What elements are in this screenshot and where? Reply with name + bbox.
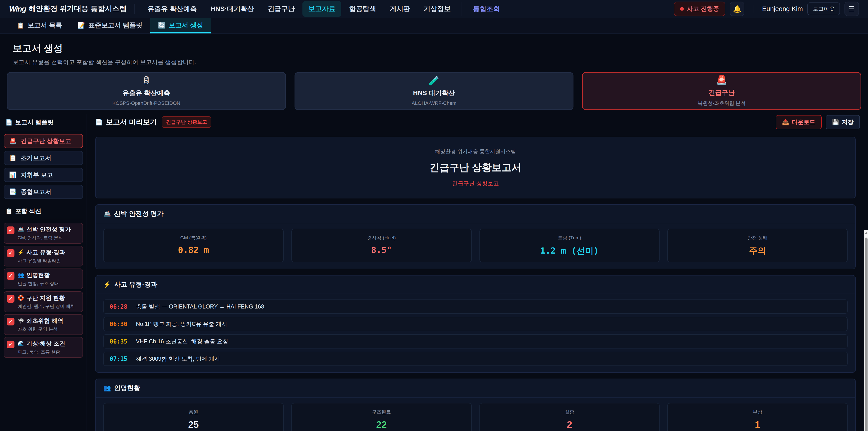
download-icon: 📥 xyxy=(782,119,789,125)
checkbox-checked[interactable]: ✓ xyxy=(7,341,14,348)
template-label: 지휘부 보고 xyxy=(21,171,53,179)
section-title: 기상·해상 조건 xyxy=(26,340,65,348)
tab-report-generation[interactable]: 🔄 보고서 생성 xyxy=(150,18,211,33)
section-toggle-ship-safety[interactable]: ✓ 🚢 선박 안전성 평가 GM, 경사각, 트림 분석 xyxy=(4,223,83,244)
people-icon: 👥 xyxy=(18,272,24,278)
section-toggle-incident-timeline[interactable]: ✓ ⚡ 사고 유형·경과 사고 유형별 타임라인 xyxy=(4,246,83,267)
scrollbar-thumb[interactable] xyxy=(865,238,868,431)
nav-item-rescue[interactable]: 긴급구난 xyxy=(262,1,301,17)
section-subtitle: 예인선, 헬기, 구난 장비 배치 xyxy=(18,303,75,309)
incident-status-badge: 사고 진행중 xyxy=(674,2,725,16)
page-subtitle: 보고서 유형을 선택하고 포함할 섹션을 구성하여 보고서를 생성합니다. xyxy=(13,58,855,66)
scroll-up-icon xyxy=(865,232,868,234)
nav-item-aerial-search[interactable]: 항공탐색 xyxy=(343,1,382,17)
scroll-up-button[interactable] xyxy=(864,230,868,236)
report-type-subtitle: ALOHA·WRF-Chem xyxy=(412,100,456,106)
ship-icon: 🚢 xyxy=(103,210,111,217)
stat-gm: GM (복원력) 0.82 m xyxy=(103,229,284,263)
tab-label: 표준보고서 템플릿 xyxy=(88,21,143,30)
template-item-command-report[interactable]: 📊 지휘부 보고 xyxy=(4,168,83,182)
section-title: 사고 유형·경과 xyxy=(26,248,65,256)
download-button[interactable]: 📥 다운로드 xyxy=(776,115,822,129)
logo-mark: Wing xyxy=(9,4,26,13)
template-label: 긴급구난 상황보고 xyxy=(21,137,71,145)
nav-item-oil-spill[interactable]: 유출유 확산예측 xyxy=(142,1,203,17)
notifications-button[interactable]: 🔔 xyxy=(730,2,744,16)
siren-icon: 🚨 xyxy=(716,75,727,85)
section-toggle-grounding-risk[interactable]: ✓ 🦈 좌초위험 해역 좌초 위험 구역 분석 xyxy=(4,314,83,335)
template-label: 종합보고서 xyxy=(21,188,51,196)
timeline-event: 06:28 충돌 발생 — ORIENTAL GLORY ↔ HAI FENG … xyxy=(103,300,848,314)
timeline-event: 07:15 해경 3009함 현장 도착, 방제 개시 xyxy=(103,352,848,366)
stat-heel: 경사각 (Heel) 8.5° xyxy=(291,229,472,263)
section-subtitle: GM, 경사각, 트림 분석 xyxy=(18,235,71,241)
tab-label: 보고서 생성 xyxy=(168,21,203,30)
bell-icon: 🔔 xyxy=(733,5,741,13)
stat-injured: 부상 1 명 xyxy=(667,403,848,431)
tab-standard-templates[interactable]: 📝 표준보고서 템플릿 xyxy=(70,18,150,33)
section-title: 구난 자원 현황 xyxy=(26,294,65,302)
template-item-rescue-report[interactable]: 🚨 긴급구난 상황보고 xyxy=(4,134,83,148)
checkbox-checked[interactable]: ✓ xyxy=(7,249,14,257)
section-heading: 사고 유형·경과 xyxy=(114,280,158,289)
report-title: 긴급구난 상황보고서 xyxy=(106,161,844,174)
memo-icon: 📝 xyxy=(78,22,85,29)
section-toggle-casualties[interactable]: ✓ 👥 인명현황 인원 현황, 구조 상태 xyxy=(4,269,83,289)
sections-header-label: 포함 섹션 xyxy=(15,207,41,215)
checkbox-checked[interactable]: ✓ xyxy=(7,295,14,303)
app-logo[interactable]: Wing 해양환경 위기대응 통합시스템 xyxy=(9,4,127,14)
tab-report-list[interactable]: 📋 보고서 목록 xyxy=(9,18,70,33)
wave-icon: 🌊 xyxy=(18,341,24,347)
main-nav: 유출유 확산예측 HNS·대기확산 긴급구난 보고자료 항공탐색 게시판 기상정… xyxy=(142,1,506,17)
checkbox-checked[interactable]: ✓ xyxy=(7,272,14,280)
ship-icon: 🚢 xyxy=(18,226,24,233)
clipboard-icon: 📋 xyxy=(9,154,17,162)
nav-item-weather[interactable]: 기상정보 xyxy=(418,1,457,17)
nav-item-board[interactable]: 게시판 xyxy=(384,1,416,17)
report-type-subtitle: 복원성·좌초위험 분석 xyxy=(698,100,745,107)
report-type-hns[interactable]: 🧪 HNS 대기확산 ALOHA·WRF-Chem xyxy=(294,72,574,110)
section-toggle-rescue-resources[interactable]: ✓ 🛟 구난 자원 현황 예인선, 헬기, 구난 장비 배치 xyxy=(4,291,83,312)
oil-drum-icon: 🛢 xyxy=(142,76,151,85)
nav-item-hns[interactable]: HNS·대기확산 xyxy=(205,1,260,17)
checkbox-checked[interactable]: ✓ xyxy=(7,226,14,234)
section-title: 좌초위험 해역 xyxy=(26,317,63,325)
workspace: 📄 보고서 템플릿 🚨 긴급구난 상황보고 📋 초기보고서 📊 지휘부 보고 📑… xyxy=(0,114,868,431)
preview-title: 보고서 미리보기 xyxy=(106,117,157,127)
menu-button[interactable]: ☰ xyxy=(844,2,859,16)
report-preview-pane: 📄 보고서 미리보기 긴급구난 상황보고 📥 다운로드 💾 저장 해양환경 위기… xyxy=(87,114,868,431)
status-dot xyxy=(680,7,684,11)
timeline-event: 06:30 No.1P 탱크 파공, 벙커C유 유출 개시 xyxy=(103,317,848,331)
section-heading: 인명현황 xyxy=(114,383,141,393)
report-type-rescue[interactable]: 🚨 긴급구난 복원성·좌초위험 분석 xyxy=(582,72,861,110)
report-document-header: 해양환경 위기대응 통합지원시스템 긴급구난 상황보고서 긴급구난 상황보고 xyxy=(95,137,856,198)
scrollbar[interactable] xyxy=(864,230,868,431)
nav-separator xyxy=(462,2,462,16)
logout-button[interactable]: 로그아웃 xyxy=(807,2,840,15)
templates-header: 📄 보고서 템플릿 xyxy=(4,116,83,130)
tab-bar: 📋 보고서 목록 📝 표준보고서 템플릿 🔄 보고서 생성 xyxy=(0,18,868,34)
test-tube-icon: 🧪 xyxy=(428,76,440,85)
preview-scroll-area[interactable]: 해양환경 위기대응 통합지원시스템 긴급구난 상황보고서 긴급구난 상황보고 🚢… xyxy=(95,130,856,431)
template-item-initial-report[interactable]: 📋 초기보고서 xyxy=(4,151,83,165)
preview-type-badge: 긴급구난 상황보고 xyxy=(162,116,211,128)
section-casualties: 👥 인명현황 총원 25 명 구조완료 22 명 xyxy=(95,378,856,431)
clipboard-icon: 📋 xyxy=(17,22,24,29)
life-buoy-icon: 🛟 xyxy=(18,295,24,301)
document-icon: 📄 xyxy=(5,119,12,126)
nav-item-reports[interactable]: 보고자료 xyxy=(303,1,341,17)
divider xyxy=(134,4,134,14)
report-type-oil-spill[interactable]: 🛢 유출유 확산예측 KOSPS·OpenDrift·POSEIDON xyxy=(7,72,286,110)
save-button[interactable]: 💾 저장 xyxy=(826,115,860,129)
tab-label: 보고서 목록 xyxy=(28,21,62,30)
section-toggle-weather-sea[interactable]: ✓ 🌊 기상·해상 조건 파고, 풍속, 조류 현황 xyxy=(4,337,83,358)
shark-icon: 🦈 xyxy=(18,318,24,324)
nav-item-integrated-search[interactable]: 통합조회 xyxy=(467,1,506,17)
section-subtitle: 인원 현황, 구조 상태 xyxy=(18,280,59,286)
checkbox-checked[interactable]: ✓ xyxy=(7,318,14,326)
section-ship-safety: 🚢 선박 안전성 평가 GM (복원력) 0.82 m 경사각 (Heel) 8… xyxy=(95,204,856,269)
template-item-comprehensive-report[interactable]: 📑 종합보고서 xyxy=(4,185,83,199)
section-subtitle: 좌초 위험 구역 분석 xyxy=(18,326,63,332)
report-subtitle: 긴급구난 상황보고 xyxy=(106,180,844,187)
document-icon: 📄 xyxy=(95,118,103,126)
